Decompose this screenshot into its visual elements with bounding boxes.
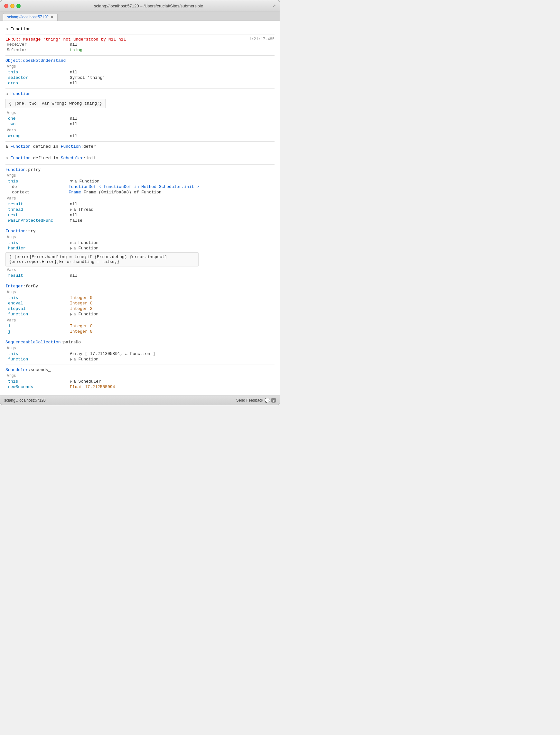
s2-wrong: wrong nil [5, 133, 275, 139]
s1-row-this: this nil [5, 70, 275, 75]
s2-one: one nil [5, 116, 275, 121]
feedback-label: Send Feedback [236, 398, 263, 403]
function-try-section: Function:try Args this a Function handle… [5, 226, 275, 281]
close-button[interactable] [4, 4, 8, 8]
section7-vars-label: Vars [5, 318, 275, 323]
section1-header: Object:doesNotUnderstand [5, 58, 275, 63]
s7-function: function a Function [5, 312, 275, 317]
s5-thread: thread a Thread [5, 207, 275, 212]
s2-two: two nil [5, 121, 275, 127]
section5-vars-label: Vars [5, 196, 275, 201]
s5-this: this a Function [5, 179, 275, 184]
window-title: sclang://localhost:57120 – /Users/crucia… [24, 4, 273, 8]
tab-close-button[interactable]: ✕ [51, 15, 53, 19]
section5-header: Function:prTry [5, 167, 275, 172]
tab-bar: sclang://localhost:57120 ✕ [0, 12, 280, 21]
section3-header: a Function defined in Function:defer [5, 144, 275, 149]
s7-this: this Integer 0 [5, 295, 275, 301]
s7-stepval: stepval Integer 2 [5, 306, 275, 312]
feedback-badge: 9 [271, 398, 276, 403]
integer-forby-section: Integer:forBy Args this Integer 0 endval… [5, 281, 275, 337]
s7-endval: endval Integer 0 [5, 301, 275, 306]
s1-row-args: args nil [5, 80, 275, 86]
section5-args-label: Args [5, 173, 275, 178]
status-bar: sclang://localhost:57120 Send Feedback 💬… [0, 395, 280, 405]
feedback-icon: 💬 [265, 398, 270, 403]
function-section: a Function { |one, two| var wrong; wrong… [5, 89, 275, 142]
object-does-not-understand-section: Object:doesNotUnderstand Args this nil s… [5, 56, 275, 89]
scheduler-seconds-section: Scheduler:seconds_ Args this a Scheduler… [5, 365, 275, 392]
main-content: a Function ERROR: Message 'thing' not un… [0, 21, 280, 395]
s5-result: result nil [5, 201, 275, 207]
tab-label: sclang://localhost:57120 [7, 15, 49, 19]
s6-result: result nil [5, 273, 275, 278]
seqcol-pairsdo-section: SequenceableCollection:pairsDo Args this… [5, 337, 275, 365]
function-scheduler-init-section: a Function defined in Scheduler:init [5, 153, 275, 165]
s7-j: j Integer 0 [5, 329, 275, 334]
s8-function: function a Function [5, 357, 275, 362]
error-section: ERROR: Message 'thing' not understood by… [5, 34, 275, 56]
feedback-button[interactable]: Send Feedback 💬 9 [236, 398, 276, 403]
intro-section: a Function [5, 24, 275, 34]
minimize-button[interactable] [10, 4, 14, 8]
s5-wasinprotected: wasInProtectedFunc false [5, 218, 275, 223]
code-block: { |one, two| var wrong; wrong.thing;} [5, 99, 106, 108]
s1-row-selector: selector Symbol 'thing' [5, 75, 275, 80]
resize-icon: ⤢ [273, 4, 276, 8]
s5-next: next nil [5, 212, 275, 218]
section2-vars-label: Vars [5, 128, 275, 133]
function-defer-section: a Function defined in Function:defer [5, 142, 275, 153]
error-message: ERROR: Message 'thing' not understood by… [5, 37, 275, 42]
section7-header: Integer:forBy [5, 284, 275, 289]
browser-tab[interactable]: sclang://localhost:57120 ✕ [3, 13, 58, 21]
s9-newseconds: newSeconds Float 17.212555094 [5, 384, 275, 390]
section8-args-label: Args [5, 346, 275, 350]
intro-line: a Function [5, 27, 275, 32]
s6-this: this a Function [5, 240, 275, 246]
section9-header: Scheduler:seconds_ [5, 367, 275, 372]
receiver-row: Receiver nil [5, 42, 275, 47]
section8-header: SequenceableCollection:pairsDo [5, 340, 275, 345]
function-prtry-section: Function:prTry Args this a Function def … [5, 165, 275, 226]
s5-def: def FunctionDef < FunctionDef in Method … [5, 184, 275, 190]
section6-header: Function:try [5, 229, 275, 234]
status-url: sclang://localhost:57120 [4, 398, 46, 403]
s6-code-block: { |error|Error.handling = true;if (Error… [5, 252, 199, 266]
s7-i: i Integer 0 [5, 323, 275, 329]
title-bar: sclang://localhost:57120 – /Users/crucia… [0, 0, 280, 12]
section1-args-label: Args [5, 64, 275, 69]
s6-handler: handler a Function [5, 246, 275, 251]
section2-args-label: Args [5, 111, 275, 115]
section9-args-label: Args [5, 374, 275, 378]
s5-context: context Frame Frame (0x111fba3a8) of Fun… [5, 190, 275, 195]
section6-vars-label: Vars [5, 268, 275, 272]
section2-header: a Function [5, 91, 275, 96]
section6-args-label: Args [5, 235, 275, 239]
window-buttons [4, 4, 21, 8]
s9-this: this a Scheduler [5, 379, 275, 384]
section4-header: a Function defined in Scheduler:init [5, 156, 275, 161]
section7-args-label: Args [5, 290, 275, 294]
maximize-button[interactable] [16, 4, 21, 8]
selector-row: Selector thing [5, 47, 275, 53]
s8-this: this Array [ 17.211305891, a Function ] [5, 351, 275, 357]
